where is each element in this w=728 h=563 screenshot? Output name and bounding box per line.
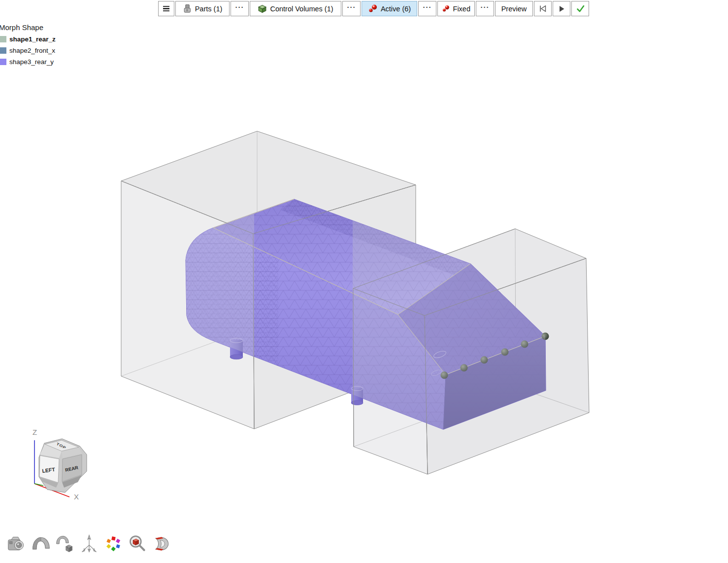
zoom-cube-icon bbox=[128, 534, 147, 554]
view-cube[interactable]: TOP LEFT REAR bbox=[39, 439, 87, 493]
perspective-view-icon bbox=[152, 534, 171, 554]
surface-cube-icon bbox=[55, 534, 75, 554]
color-dots-button[interactable] bbox=[103, 533, 124, 554]
surface-icon bbox=[31, 534, 51, 554]
color-dots-icon bbox=[104, 535, 122, 553]
viewport-3d[interactable]: Z X TOP LEFT REAR bbox=[0, 0, 728, 563]
app-window: Parts (1) ··· Control Volumes (1) ··· bbox=[0, 0, 728, 563]
camera-icon bbox=[7, 534, 27, 554]
surface-mesh-cube-button[interactable] bbox=[55, 533, 75, 554]
axes-tripod-icon bbox=[79, 534, 99, 554]
screenshot-camera-button[interactable] bbox=[6, 533, 27, 554]
x-axis-label: X bbox=[74, 493, 79, 501]
bottom-toolbar bbox=[6, 533, 172, 554]
zoom-to-cube-button[interactable] bbox=[127, 533, 148, 554]
surface-display-button[interactable] bbox=[31, 533, 51, 554]
perspective-view-button[interactable] bbox=[151, 533, 172, 554]
z-axis-label: Z bbox=[33, 428, 37, 436]
axes-tripod-button[interactable] bbox=[79, 533, 99, 554]
